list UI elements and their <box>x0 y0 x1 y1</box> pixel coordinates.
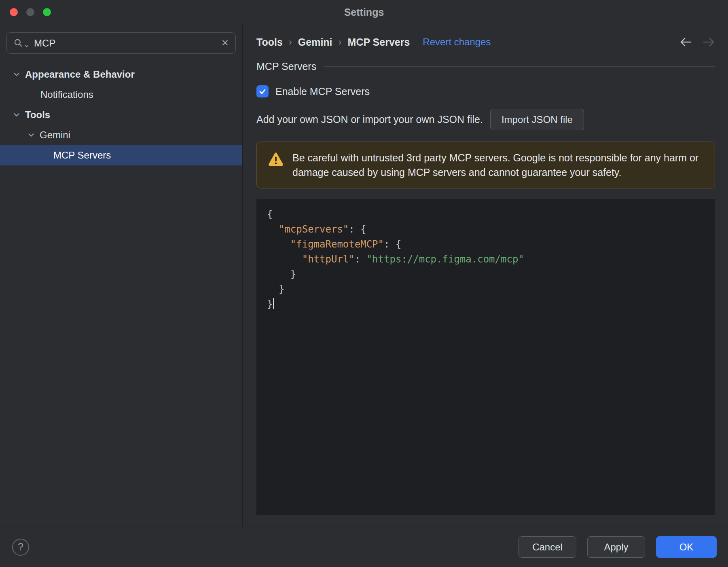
close-window-button[interactable] <box>10 8 18 16</box>
search-with-history-icon[interactable] <box>13 38 29 49</box>
sidebar-item-appearance-behavior[interactable]: Appearance & Behavior <box>0 64 242 85</box>
settings-content: Tools › Gemini › MCP Servers Revert chan… <box>243 24 728 527</box>
sidebar-item-label: MCP Servers <box>53 150 111 161</box>
settings-window: Settings MCP ✕ Appearance & Behavior <box>0 0 728 567</box>
breadcrumb-item-tools[interactable]: Tools <box>256 36 283 48</box>
chevron-down-icon[interactable] <box>27 131 36 140</box>
back-arrow-icon[interactable] <box>679 37 692 47</box>
text-caret <box>273 298 274 309</box>
warning-banner: Be careful with untrusted 3rd party MCP … <box>256 142 715 188</box>
sidebar-item-label: Appearance & Behavior <box>25 69 135 80</box>
footer-buttons: Cancel Apply OK <box>518 536 717 558</box>
help-button[interactable]: ? <box>12 539 29 556</box>
warning-triangle-icon <box>267 152 284 169</box>
main-area: MCP ✕ Appearance & Behavior Notification… <box>0 24 728 527</box>
checkmark-icon <box>258 87 267 95</box>
sidebar-item-mcp-servers[interactable]: MCP Servers <box>0 145 242 165</box>
breadcrumb-item-mcp-servers[interactable]: MCP Servers <box>348 36 410 48</box>
settings-sidebar: MCP ✕ Appearance & Behavior Notification… <box>0 24 243 527</box>
minimize-window-button[interactable] <box>26 8 34 16</box>
enable-mcp-label[interactable]: Enable MCP Servers <box>275 86 370 97</box>
code-line: "figmaRemoteMCP": { <box>267 237 707 252</box>
warning-text: Be careful with untrusted 3rd party MCP … <box>292 150 704 180</box>
json-editor-lines: { "mcpServers": { "figmaRemoteMCP": { "h… <box>267 207 707 312</box>
enable-mcp-row: Enable MCP Servers <box>256 85 715 97</box>
clear-search-icon[interactable]: ✕ <box>221 38 229 48</box>
titlebar: Settings <box>0 0 728 24</box>
ok-button[interactable]: OK <box>656 536 717 558</box>
forward-arrow-icon[interactable] <box>702 37 715 47</box>
chevron-down-icon[interactable] <box>12 110 21 119</box>
cancel-button[interactable]: Cancel <box>518 536 576 558</box>
section-divider <box>324 66 715 67</box>
search-input[interactable]: MCP ✕ <box>6 32 236 54</box>
settings-tree: Appearance & Behavior Notifications Tool… <box>0 64 242 165</box>
chevron-down-icon <box>24 44 29 49</box>
breadcrumb: Tools › Gemini › MCP Servers Revert chan… <box>256 34 715 50</box>
apply-button[interactable]: Apply <box>587 536 645 558</box>
chevron-down-icon[interactable] <box>12 70 21 79</box>
search-input-value: MCP <box>34 38 221 49</box>
import-row: Add your own JSON or import your own JSO… <box>256 109 715 130</box>
enable-mcp-checkbox[interactable] <box>256 85 269 97</box>
revert-changes-link[interactable]: Revert changes <box>423 36 491 48</box>
import-json-button[interactable]: Import JSON file <box>490 109 584 130</box>
sidebar-item-label: Tools <box>25 109 50 121</box>
section-title: MCP Servers <box>256 61 316 72</box>
traffic-lights <box>10 0 51 24</box>
breadcrumb-separator-icon: › <box>339 36 342 48</box>
sidebar-item-label: Gemini <box>40 129 70 141</box>
code-line: } <box>267 282 707 297</box>
sidebar-item-label: Notifications <box>40 89 93 100</box>
breadcrumb-item-gemini[interactable]: Gemini <box>298 36 332 48</box>
code-line: { <box>267 207 707 222</box>
code-line: "mcpServers": { <box>267 222 707 237</box>
window-title: Settings <box>344 6 384 18</box>
section-header: MCP Servers <box>256 61 715 72</box>
sidebar-item-tools[interactable]: Tools <box>0 105 242 125</box>
breadcrumb-separator-icon: › <box>289 36 292 48</box>
code-line: } <box>267 267 707 282</box>
dialog-footer: ? Cancel Apply OK <box>0 527 728 567</box>
json-editor[interactable]: { "mcpServers": { "figmaRemoteMCP": { "h… <box>256 199 715 515</box>
history-nav <box>679 37 715 47</box>
zoom-window-button[interactable] <box>43 8 51 16</box>
code-line: } <box>267 297 707 312</box>
sidebar-item-gemini[interactable]: Gemini <box>0 125 242 145</box>
sidebar-item-notifications[interactable]: Notifications <box>0 85 242 105</box>
code-line: "httpUrl": "https://mcp.figma.com/mcp" <box>267 252 707 267</box>
import-description: Add your own JSON or import your own JSO… <box>256 114 483 125</box>
